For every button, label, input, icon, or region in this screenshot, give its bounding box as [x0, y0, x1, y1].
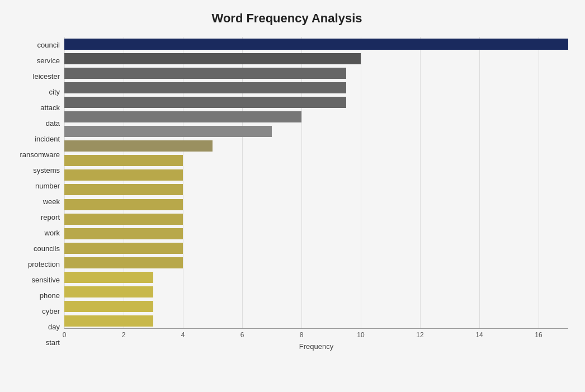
bars-and-xaxis: 0246810121416 Frequency	[64, 37, 568, 351]
y-label-service: service	[6, 53, 60, 68]
x-axis-label: Frequency	[64, 342, 568, 351]
x-axis: 0246810121416 Frequency	[64, 328, 568, 351]
bar-row-incident	[64, 124, 568, 139]
x-tick-10: 10	[357, 331, 364, 339]
bar-data	[64, 111, 301, 122]
y-label-attack: attack	[6, 100, 60, 115]
bar-row-councils	[64, 226, 568, 241]
bar-systems	[64, 155, 183, 166]
y-label-systems: systems	[6, 163, 60, 177]
x-tick-6: 6	[240, 331, 244, 339]
x-tick-14: 14	[475, 331, 483, 339]
y-label-protection: protection	[6, 257, 60, 272]
bar-row-number	[64, 168, 568, 182]
chart-area: councilserviceleicestercityattackdatainc…	[6, 37, 568, 351]
bar-phone	[64, 272, 153, 283]
bar-row-cyber	[64, 285, 568, 299]
x-tick-2: 2	[122, 331, 126, 339]
bar-row-service	[64, 51, 568, 66]
bar-attack	[64, 97, 346, 108]
y-label-number: number	[6, 178, 60, 193]
bar-ransomware	[64, 140, 213, 152]
x-tick-0: 0	[63, 331, 67, 339]
chart-title: Word Frequency Analysis	[6, 11, 568, 26]
bars-list	[64, 37, 568, 328]
bar-row-council	[64, 37, 568, 51]
bar-cyber	[64, 286, 153, 297]
y-label-leicester: leicester	[6, 69, 60, 83]
bar-row-data	[64, 110, 568, 124]
x-tick-16: 16	[535, 331, 542, 339]
bar-row-protection	[64, 241, 568, 256]
y-label-work: work	[6, 226, 60, 240]
bar-incident	[64, 126, 272, 137]
bar-protection	[64, 243, 183, 254]
bar-row-ransomware	[64, 139, 568, 153]
y-label-incident: incident	[6, 131, 60, 146]
x-tick-8: 8	[300, 331, 304, 339]
x-ticks: 0246810121416	[64, 331, 568, 340]
bar-row-week	[64, 182, 568, 197]
x-tick-4: 4	[181, 331, 185, 339]
bar-row-day	[64, 299, 568, 314]
bar-service	[64, 53, 361, 64]
x-tick-12: 12	[416, 331, 423, 339]
y-label-city: city	[6, 84, 60, 99]
chart-container: Word Frequency Analysis councilservicele…	[0, 0, 585, 392]
y-label-council: council	[6, 37, 60, 52]
bar-day	[64, 301, 153, 312]
y-label-start: start	[6, 336, 60, 350]
bar-council	[64, 39, 568, 50]
y-label-sensitive: sensitive	[6, 273, 60, 287]
bar-row-sensitive	[64, 256, 568, 270]
x-axis-line	[64, 328, 568, 329]
y-label-phone: phone	[6, 289, 60, 303]
y-label-data: data	[6, 116, 60, 130]
bar-row-leicester	[64, 66, 568, 81]
y-label-cyber: cyber	[6, 304, 60, 319]
bar-row-phone	[64, 270, 568, 285]
y-axis-labels: councilserviceleicestercityattackdatainc…	[6, 37, 64, 351]
bar-row-systems	[64, 153, 568, 168]
bar-row-city	[64, 81, 568, 95]
y-label-day: day	[6, 320, 60, 334]
bar-row-attack	[64, 95, 568, 110]
y-label-ransomware: ransomware	[6, 147, 60, 162]
bar-city	[64, 82, 346, 93]
bar-sensitive	[64, 257, 183, 268]
bar-row-work	[64, 212, 568, 226]
y-label-report: report	[6, 210, 60, 225]
y-label-councils: councils	[6, 242, 60, 256]
bar-row-report	[64, 197, 568, 212]
bar-number	[64, 169, 183, 181]
bar-row-start	[64, 314, 568, 328]
bar-councils	[64, 228, 183, 239]
bar-start	[64, 315, 153, 327]
bar-report	[64, 199, 183, 210]
bar-work	[64, 214, 183, 225]
bars-region	[64, 37, 568, 328]
bar-week	[64, 184, 183, 195]
y-label-week: week	[6, 194, 60, 209]
bar-leicester	[64, 68, 346, 79]
